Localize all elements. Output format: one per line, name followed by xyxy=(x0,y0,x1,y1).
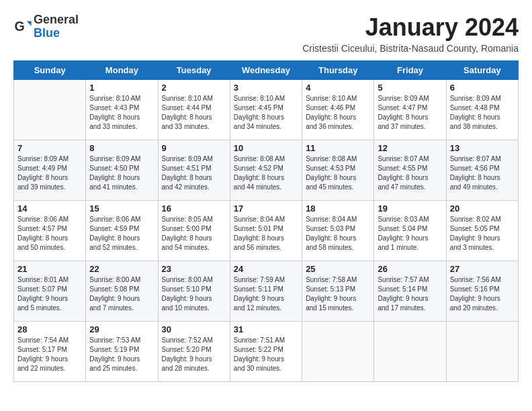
calendar-cell: 14Sunrise: 8:06 AM Sunset: 4:57 PM Dayli… xyxy=(14,201,86,261)
weekday-header: Thursday xyxy=(302,61,374,80)
calendar-cell xyxy=(302,322,374,382)
day-number: 23 xyxy=(162,264,226,274)
day-number: 3 xyxy=(234,83,298,93)
weekday-header: Sunday xyxy=(14,61,86,80)
day-number: 31 xyxy=(234,324,298,334)
day-number: 13 xyxy=(450,143,515,153)
weekday-header: Wednesday xyxy=(230,61,302,80)
day-info: Sunrise: 8:09 AM Sunset: 4:47 PM Dayligh… xyxy=(378,94,442,132)
day-info: Sunrise: 8:02 AM Sunset: 5:05 PM Dayligh… xyxy=(450,215,515,253)
day-info: Sunrise: 8:09 AM Sunset: 4:48 PM Dayligh… xyxy=(450,94,515,132)
day-info: Sunrise: 8:00 AM Sunset: 5:10 PM Dayligh… xyxy=(162,275,226,313)
calendar-subtitle: Cristestii Ciceului, Bistrita-Nasaud Cou… xyxy=(302,43,519,54)
calendar-week-row: 14Sunrise: 8:06 AM Sunset: 4:57 PM Dayli… xyxy=(14,201,519,261)
day-number: 14 xyxy=(17,203,82,214)
day-info: Sunrise: 7:52 AM Sunset: 5:20 PM Dayligh… xyxy=(162,336,226,373)
calendar-cell: 31Sunrise: 7:51 AM Sunset: 5:22 PM Dayli… xyxy=(230,322,302,382)
calendar-cell: 27Sunrise: 7:56 AM Sunset: 5:16 PM Dayli… xyxy=(446,261,518,322)
calendar-cell: 29Sunrise: 7:53 AM Sunset: 5:19 PM Dayli… xyxy=(86,322,158,382)
calendar-cell: 22Sunrise: 8:00 AM Sunset: 5:08 PM Dayli… xyxy=(86,261,158,322)
day-info: Sunrise: 8:06 AM Sunset: 4:59 PM Dayligh… xyxy=(89,215,154,253)
calendar-table: SundayMondayTuesdayWednesdayThursdayFrid… xyxy=(13,60,519,382)
day-info: Sunrise: 8:06 AM Sunset: 4:57 PM Dayligh… xyxy=(17,215,82,253)
day-number: 2 xyxy=(162,83,226,93)
day-info: Sunrise: 7:59 AM Sunset: 5:11 PM Dayligh… xyxy=(234,275,298,313)
day-info: Sunrise: 7:58 AM Sunset: 5:13 PM Dayligh… xyxy=(306,275,370,313)
day-info: Sunrise: 7:57 AM Sunset: 5:14 PM Dayligh… xyxy=(378,275,442,313)
calendar-cell xyxy=(446,322,518,382)
calendar-cell: 6Sunrise: 8:09 AM Sunset: 4:48 PM Daylig… xyxy=(446,80,518,140)
calendar-title: January 2024 xyxy=(302,13,519,42)
calendar-header: SundayMondayTuesdayWednesdayThursdayFrid… xyxy=(14,61,519,80)
weekday-header: Friday xyxy=(374,61,446,80)
calendar-cell: 11Sunrise: 8:08 AM Sunset: 4:53 PM Dayli… xyxy=(302,140,374,201)
calendar-cell: 13Sunrise: 8:07 AM Sunset: 4:56 PM Dayli… xyxy=(446,140,518,201)
day-number: 25 xyxy=(306,264,370,274)
day-info: Sunrise: 8:10 AM Sunset: 4:43 PM Dayligh… xyxy=(89,94,154,132)
calendar-cell: 17Sunrise: 8:04 AM Sunset: 5:01 PM Dayli… xyxy=(230,201,302,261)
day-info: Sunrise: 8:04 AM Sunset: 5:03 PM Dayligh… xyxy=(306,215,370,253)
day-info: Sunrise: 8:08 AM Sunset: 4:52 PM Dayligh… xyxy=(234,154,298,192)
day-number: 27 xyxy=(450,264,515,274)
day-info: Sunrise: 8:07 AM Sunset: 4:56 PM Dayligh… xyxy=(450,154,515,192)
calendar-cell: 4Sunrise: 8:10 AM Sunset: 4:46 PM Daylig… xyxy=(302,80,374,140)
day-number: 9 xyxy=(162,143,226,153)
day-number: 19 xyxy=(378,203,442,214)
day-number: 10 xyxy=(234,143,298,153)
logo-text: General Blue xyxy=(34,13,79,40)
day-info: Sunrise: 8:01 AM Sunset: 5:07 PM Dayligh… xyxy=(17,275,82,313)
day-number: 30 xyxy=(162,324,226,334)
day-number: 22 xyxy=(89,264,154,274)
calendar-cell xyxy=(374,322,446,382)
weekday-header: Tuesday xyxy=(158,61,230,80)
calendar-cell: 24Sunrise: 7:59 AM Sunset: 5:11 PM Dayli… xyxy=(230,261,302,322)
day-number: 1 xyxy=(89,83,154,93)
calendar-week-row: 1Sunrise: 8:10 AM Sunset: 4:43 PM Daylig… xyxy=(14,80,519,140)
calendar-cell: 30Sunrise: 7:52 AM Sunset: 5:20 PM Dayli… xyxy=(158,322,230,382)
day-number: 5 xyxy=(378,83,442,93)
day-number: 12 xyxy=(378,143,442,153)
day-number: 17 xyxy=(234,203,298,214)
day-number: 21 xyxy=(17,264,82,274)
calendar-week-row: 7Sunrise: 8:09 AM Sunset: 4:49 PM Daylig… xyxy=(14,140,519,201)
calendar-cell: 19Sunrise: 8:03 AM Sunset: 5:04 PM Dayli… xyxy=(374,201,446,261)
day-number: 15 xyxy=(89,203,154,214)
day-info: Sunrise: 8:05 AM Sunset: 5:00 PM Dayligh… xyxy=(162,215,226,253)
day-info: Sunrise: 7:51 AM Sunset: 5:22 PM Dayligh… xyxy=(234,336,298,373)
day-info: Sunrise: 8:03 AM Sunset: 5:04 PM Dayligh… xyxy=(378,215,442,253)
day-info: Sunrise: 7:53 AM Sunset: 5:19 PM Dayligh… xyxy=(89,336,154,373)
calendar-cell: 15Sunrise: 8:06 AM Sunset: 4:59 PM Dayli… xyxy=(86,201,158,261)
calendar-cell: 21Sunrise: 8:01 AM Sunset: 5:07 PM Dayli… xyxy=(14,261,86,322)
day-number: 24 xyxy=(234,264,298,274)
calendar-cell: 1Sunrise: 8:10 AM Sunset: 4:43 PM Daylig… xyxy=(86,80,158,140)
calendar-week-row: 28Sunrise: 7:54 AM Sunset: 5:17 PM Dayli… xyxy=(14,322,519,382)
day-info: Sunrise: 8:09 AM Sunset: 4:49 PM Dayligh… xyxy=(17,154,82,192)
calendar-body: 1Sunrise: 8:10 AM Sunset: 4:43 PM Daylig… xyxy=(14,80,519,382)
day-number: 7 xyxy=(17,143,82,153)
calendar-cell: 12Sunrise: 8:07 AM Sunset: 4:55 PM Dayli… xyxy=(374,140,446,201)
svg-text:G: G xyxy=(14,18,24,33)
calendar-cell: 28Sunrise: 7:54 AM Sunset: 5:17 PM Dayli… xyxy=(14,322,86,382)
title-block: January 2024 Cristestii Ciceului, Bistri… xyxy=(302,13,519,54)
svg-marker-1 xyxy=(27,21,32,26)
day-info: Sunrise: 8:10 AM Sunset: 4:45 PM Dayligh… xyxy=(234,94,298,132)
calendar-cell: 10Sunrise: 8:08 AM Sunset: 4:52 PM Dayli… xyxy=(230,140,302,201)
day-number: 11 xyxy=(306,143,370,153)
weekday-header: Monday xyxy=(86,61,158,80)
day-info: Sunrise: 8:07 AM Sunset: 4:55 PM Dayligh… xyxy=(378,154,442,192)
day-info: Sunrise: 8:09 AM Sunset: 4:50 PM Dayligh… xyxy=(89,154,154,192)
calendar-cell: 9Sunrise: 8:09 AM Sunset: 4:51 PM Daylig… xyxy=(158,140,230,201)
logo: G General Blue xyxy=(13,13,79,40)
calendar-cell: 7Sunrise: 8:09 AM Sunset: 4:49 PM Daylig… xyxy=(14,140,86,201)
calendar-cell: 18Sunrise: 8:04 AM Sunset: 5:03 PM Dayli… xyxy=(302,201,374,261)
calendar-cell: 26Sunrise: 7:57 AM Sunset: 5:14 PM Dayli… xyxy=(374,261,446,322)
day-info: Sunrise: 8:04 AM Sunset: 5:01 PM Dayligh… xyxy=(234,215,298,253)
weekday-row: SundayMondayTuesdayWednesdayThursdayFrid… xyxy=(14,61,519,80)
day-number: 18 xyxy=(306,203,370,214)
calendar-cell: 3Sunrise: 8:10 AM Sunset: 4:45 PM Daylig… xyxy=(230,80,302,140)
day-number: 26 xyxy=(378,264,442,274)
day-number: 8 xyxy=(89,143,154,153)
weekday-header: Saturday xyxy=(446,61,518,80)
calendar-cell: 8Sunrise: 8:09 AM Sunset: 4:50 PM Daylig… xyxy=(86,140,158,201)
calendar-week-row: 21Sunrise: 8:01 AM Sunset: 5:07 PM Dayli… xyxy=(14,261,519,322)
